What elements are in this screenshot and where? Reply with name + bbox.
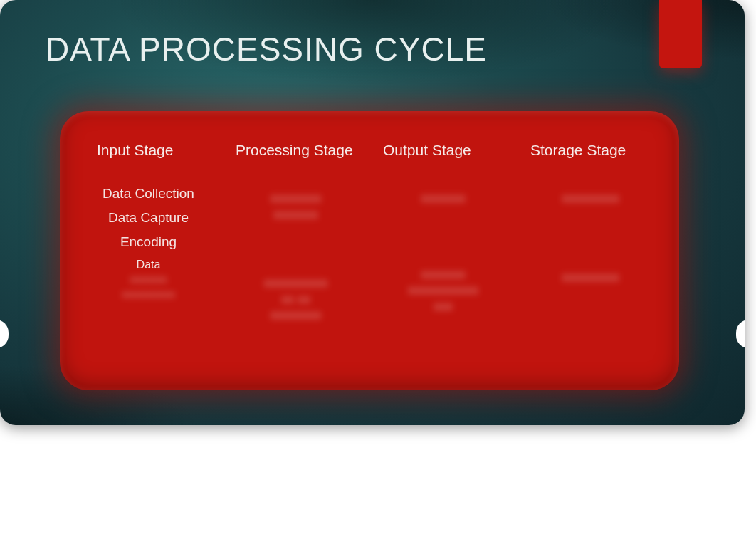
column-processing-stage: Processing Stage xxxxxxxxxxxxxxx xxxxxxx…	[229, 131, 363, 376]
blurred-text: xxxxxxxxxx	[81, 288, 216, 301]
column-body: xxxxxxx xxxxxxxxxxxxxxxxxxxxx	[376, 180, 510, 376]
column-body: Data Collection Data Capture Encoding Da…	[81, 180, 216, 376]
column-output-stage: Output Stage xxxxxxx xxxxxxxxxxxxxxxxxxx…	[376, 131, 510, 376]
blurred-text: xxxxxxxxxxxxxxx	[231, 186, 360, 226]
column-header: Processing Stage	[229, 131, 363, 180]
slide-notch-right	[736, 320, 745, 348]
list-item: Data Collection	[81, 186, 216, 202]
columns-row: Input Stage Data Collection Data Capture…	[60, 111, 679, 390]
blurred-text: xxxxxxx	[81, 273, 216, 286]
blurred-text: xxxxxxxxxxxxxxxxxxxxx	[379, 262, 508, 319]
list-item: Data Capture	[81, 210, 216, 226]
blurred-text: xxxxxxxxx	[526, 265, 655, 290]
column-body: xxxxxxxxx xxxxxxxxx	[523, 180, 658, 376]
slide-container: DATA PROCESSING CYCLE Input Stage Data C…	[0, 0, 745, 425]
content-panel: Input Stage Data Collection Data Capture…	[60, 111, 679, 390]
blurred-text: xxxxxxxxx	[526, 186, 655, 211]
column-input-stage: Input Stage Data Collection Data Capture…	[81, 131, 216, 376]
blurred-text: xxxxxxx	[379, 186, 508, 211]
corner-badge	[659, 0, 702, 68]
blurred-text: xxxxxxxxxxxx xxxxxxxxxx	[231, 271, 360, 328]
slide-notch-left	[0, 320, 9, 348]
list-item: Encoding	[81, 234, 216, 250]
column-body: xxxxxxxxxxxxxxx xxxxxxxxxxxx xxxxxxxxxx	[229, 180, 363, 376]
column-header: Output Stage	[376, 131, 510, 180]
column-header: Input Stage	[81, 131, 216, 180]
column-header: Storage Stage	[523, 131, 658, 180]
column-storage-stage: Storage Stage xxxxxxxxx xxxxxxxxx	[523, 131, 658, 376]
list-item: Data	[81, 258, 216, 271]
slide-title: DATA PROCESSING CYCLE	[46, 30, 487, 68]
